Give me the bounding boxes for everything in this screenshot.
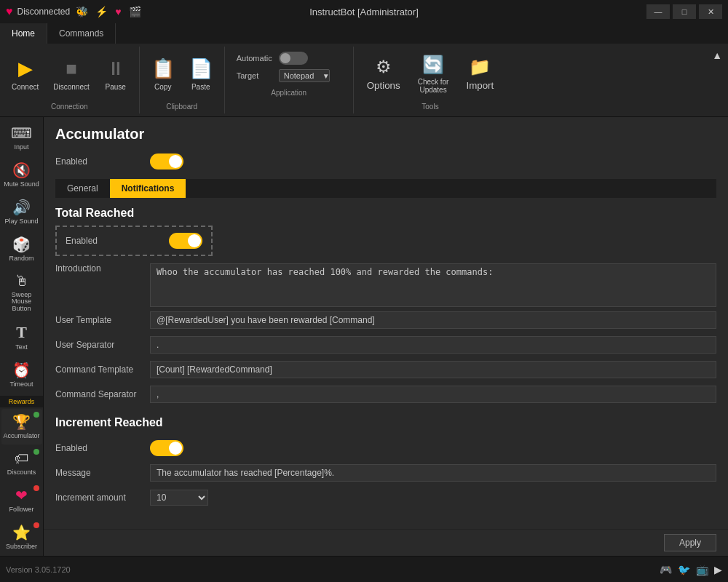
copy-icon: 📋 <box>151 57 175 80</box>
page-header: Accumulator <box>44 117 728 148</box>
ribbon-content: ▶ Connect ■ Disconnect ⏸ Pause Connectio… <box>0 44 728 116</box>
application-section: Automatic Target Notepad Chrome Firefox … <box>231 47 347 87</box>
increment-enabled-row: Enabled <box>55 436 716 460</box>
target-dropdown[interactable]: Notepad Chrome Firefox <box>279 69 330 82</box>
sweep-icon: 🖱 <box>15 273 29 290</box>
total-reached-toggle-knob <box>188 234 201 247</box>
pause-icon: ⏸ <box>106 57 125 80</box>
app-logo: ♥ <box>6 5 13 18</box>
command-template-row: Command Template <box>55 358 716 381</box>
random-label: Random <box>9 255 33 263</box>
input-label: Input <box>14 144 28 151</box>
content-area: Accumulator Enabled General Notification… <box>44 117 728 556</box>
rewards-header: Rewards <box>0 396 43 407</box>
sidebar-item-random[interactable]: 🎲 Random <box>1 231 42 267</box>
automatic-label: Automatic <box>237 54 273 63</box>
accumulator-label: Accumulator <box>3 433 39 440</box>
connect-button[interactable]: ▶ Connect <box>6 48 44 100</box>
increment-enabled-label: Enabled <box>55 443 150 453</box>
automatic-toggle[interactable] <box>279 52 308 65</box>
sidebar-item-discounts[interactable]: 🏷 Discounts <box>1 446 42 481</box>
ribbon-group-application: Automatic Target Notepad Chrome Firefox … <box>225 47 354 113</box>
mute-label: Mute Sound <box>4 181 39 188</box>
app-title: InstructBot [Administrator] <box>309 7 419 17</box>
paste-icon: 📄 <box>189 57 213 80</box>
total-reached-enabled-toggle[interactable] <box>169 233 202 249</box>
command-template-label: Command Template <box>55 364 150 375</box>
tab-notifications[interactable]: Notifications <box>110 179 186 198</box>
import-label: Import <box>466 80 494 91</box>
gear-icon: ⚙ <box>376 57 392 77</box>
play-icon-bottom[interactable]: ▶ <box>714 564 722 575</box>
toggle-knob <box>280 53 290 63</box>
version-label: Version 3.05.1720 <box>6 565 71 574</box>
paste-label: Paste <box>191 83 210 91</box>
paste-button[interactable]: 📄 Paste <box>183 48 218 100</box>
sidebar-item-mute-sound[interactable]: 🔇 Mute Sound <box>1 157 42 193</box>
random-icon: 🎲 <box>12 236 31 253</box>
timeout-label: Timeout <box>9 381 33 388</box>
bottom-bar: Version 3.05.1720 🎮 🐦 📺 ▶ <box>0 556 728 582</box>
total-reached-title: Total Reached <box>55 198 716 226</box>
user-separator-input[interactable] <box>150 336 716 354</box>
copy-label: Copy <box>154 83 171 91</box>
discounts-icon: 🏷 <box>15 450 29 467</box>
sidebar-item-sweep[interactable]: 🖱 Sweep Mouse Button <box>1 268 42 318</box>
youtube-icon[interactable]: 📺 <box>696 564 708 575</box>
total-reached-enabled-label: Enabled <box>66 236 160 246</box>
page-title: Accumulator <box>55 126 716 143</box>
discounts-badge <box>33 449 39 455</box>
tab-general[interactable]: General <box>55 179 110 198</box>
tab-commands[interactable]: Commands <box>47 23 116 44</box>
close-button[interactable]: ✕ <box>699 4 722 19</box>
twitter-icon[interactable]: 🐦 <box>678 564 690 575</box>
film-icon: 🎬 <box>129 6 141 17</box>
increment-amount-row: Increment amount 10 25 50 100 <box>55 486 716 509</box>
import-button[interactable]: 📁 Import <box>459 48 501 100</box>
target-row: Target Notepad Chrome Firefox ▼ <box>237 69 341 82</box>
increment-amount-select[interactable]: 10 25 50 100 <box>150 490 208 506</box>
pause-button[interactable]: ⏸ Pause <box>98 48 133 100</box>
bee-icon: 🐝 <box>76 6 88 17</box>
ribbon-group-connection: ▶ Connect ■ Disconnect ⏸ Pause Connectio… <box>0 47 140 113</box>
sidebar-item-accumulator[interactable]: 🏆 Accumulator <box>1 409 42 445</box>
apply-button[interactable]: Apply <box>664 534 716 551</box>
increment-enabled-toggle[interactable] <box>150 440 183 456</box>
introduction-textarea[interactable] <box>150 263 716 307</box>
command-separator-row: Command Separator <box>55 383 716 406</box>
sidebar-item-follower[interactable]: ❤ Follower <box>1 482 42 518</box>
subscriber-icon: ⭐ <box>12 524 31 541</box>
command-separator-input[interactable] <box>150 386 716 403</box>
sidebar-item-text[interactable]: T Text <box>1 319 42 356</box>
collapse-ribbon-button[interactable]: ▲ <box>712 49 722 61</box>
enabled-toggle-knob <box>169 155 182 168</box>
sidebar-item-input[interactable]: ⌨ Input <box>1 120 42 156</box>
clipboard-buttons: 📋 Copy 📄 Paste <box>146 47 218 101</box>
gamepad-icon[interactable]: 🎮 <box>660 564 672 575</box>
subscriber-label: Subscriber <box>6 543 37 551</box>
sidebar-item-play-sound[interactable]: 🔊 Play Sound <box>1 194 42 230</box>
enabled-toggle[interactable] <box>150 154 183 170</box>
message-input[interactable] <box>150 464 716 482</box>
maximize-button[interactable]: □ <box>673 4 696 19</box>
sidebar-item-timeout[interactable]: ⏰ Timeout <box>1 357 42 393</box>
discounts-label: Discounts <box>7 469 36 477</box>
minimize-button[interactable]: — <box>646 4 670 19</box>
sidebar-item-subscriber[interactable]: ⭐ Subscriber <box>1 519 42 555</box>
ribbon-tab-bar: Home Commands <box>0 23 728 44</box>
connect-label: Connect <box>12 83 39 91</box>
user-separator-label: User Separator <box>55 340 150 350</box>
copy-button[interactable]: 📋 Copy <box>146 48 181 100</box>
enabled-label: Enabled <box>55 156 150 167</box>
accumulator-icon: 🏆 <box>12 413 31 431</box>
options-button[interactable]: ⚙ Options <box>360 48 408 100</box>
tab-home[interactable]: Home <box>0 23 47 44</box>
title-nav-icons: 🐝 ⚡ ♥ 🎬 <box>76 6 141 17</box>
disconnect-button[interactable]: ■ Disconnect <box>47 48 95 100</box>
command-template-input[interactable] <box>150 361 716 378</box>
content-tab-bar: General Notifications <box>55 179 716 198</box>
check-updates-button[interactable]: 🔄 Check forUpdates <box>411 48 456 100</box>
sidebar: ⌨ Input 🔇 Mute Sound 🔊 Play Sound 🎲 Rand… <box>0 117 44 556</box>
text-label: Text <box>15 344 28 351</box>
user-template-input[interactable] <box>150 311 716 329</box>
